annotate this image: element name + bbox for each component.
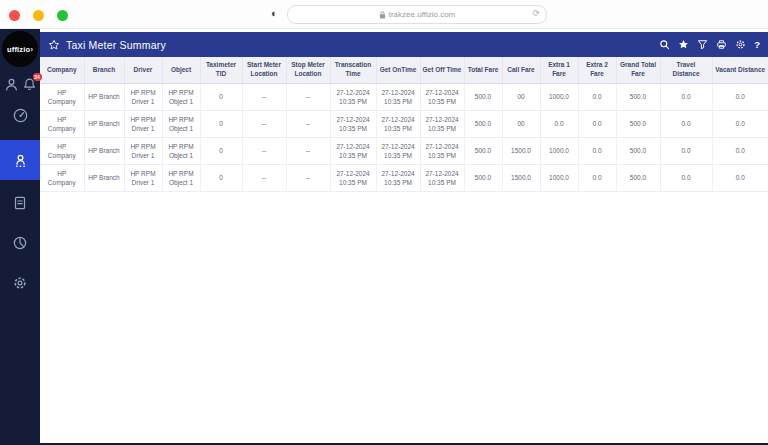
column-header[interactable]: Get Off Time: [420, 57, 464, 84]
column-header[interactable]: Travel Distance: [660, 57, 712, 84]
table-cell: 27-12-2024 10:35 PM: [376, 138, 420, 165]
column-header[interactable]: Branch: [84, 57, 124, 84]
table-cell: 0.0: [660, 84, 712, 111]
help-icon[interactable]: ?: [754, 39, 760, 50]
table-cell: 0.0: [712, 138, 768, 165]
table-cell: --: [286, 84, 330, 111]
table-cell: --: [286, 111, 330, 138]
maximize-window-button[interactable]: [57, 10, 68, 21]
table-cell: 1000.0: [540, 165, 578, 192]
url-text: trakzee.uffizio.com: [389, 10, 456, 19]
browser-chrome: ◐ trakzee.uffizio.com ⟳: [0, 0, 768, 29]
sidebar-item-analytics[interactable]: [0, 226, 40, 260]
close-window-button[interactable]: [9, 10, 20, 21]
settings-gear-icon[interactable]: [735, 39, 746, 50]
table-row: HP CompanyHP BranchHP RPM Driver 1HP RPM…: [40, 138, 768, 165]
table-cell: HP RPM Driver 1: [124, 138, 162, 165]
notifications-bell-icon[interactable]: 34: [22, 77, 37, 92]
star-icon[interactable]: [678, 39, 689, 50]
column-header[interactable]: Extra 1 Fare: [540, 57, 578, 84]
table-cell: HP RPM Driver 1: [124, 111, 162, 138]
table-cell: 0.0: [660, 165, 712, 192]
report-table-area: CompanyBranchDriverObjectTaximeter TIDSt…: [40, 57, 768, 445]
column-header[interactable]: Call Fare: [502, 57, 540, 84]
table-cell: 1000.0: [540, 84, 578, 111]
user-icon[interactable]: [4, 77, 19, 92]
table-cell: 500.0: [464, 138, 502, 165]
page-header: Taxi Meter Summary: [40, 32, 768, 57]
screen: ◐ trakzee.uffizio.com ⟳ uffizio› 34: [0, 0, 768, 445]
table-cell: 0: [200, 165, 242, 192]
column-header[interactable]: Extra 2 Fare: [578, 57, 616, 84]
table-cell: 27-12-2024 10:35 PM: [330, 165, 376, 192]
window-controls: [9, 10, 68, 21]
table-cell: 27-12-2024 10:35 PM: [330, 84, 376, 111]
table-cell: 500.0: [616, 111, 660, 138]
report-document-icon: [12, 195, 28, 211]
dashboard-icon: [12, 107, 29, 124]
table-cell: 0.0: [712, 111, 768, 138]
table-cell: 27-12-2024 10:35 PM: [330, 138, 376, 165]
table-cell: HP Branch: [84, 84, 124, 111]
sidebar-item-settings[interactable]: [0, 266, 40, 300]
lock-icon: [379, 11, 386, 19]
table-cell: 27-12-2024 10:35 PM: [420, 165, 464, 192]
table-cell: 500.0: [464, 165, 502, 192]
logo-text: uffizio›: [7, 45, 33, 54]
app-logo[interactable]: uffizio›: [2, 31, 38, 67]
sidebar: uffizio› 34: [0, 29, 40, 445]
table-cell: --: [242, 84, 286, 111]
table-cell: 0.0: [578, 165, 616, 192]
table-row: HP CompanyHP BranchHP RPM Driver 1HP RPM…: [40, 84, 768, 111]
table-cell: 27-12-2024 10:35 PM: [376, 111, 420, 138]
address-bar[interactable]: trakzee.uffizio.com ⟳: [287, 5, 547, 24]
table-cell: 0.0: [712, 165, 768, 192]
table-cell: 0.0: [660, 138, 712, 165]
table-cell: 0.0: [578, 84, 616, 111]
table-cell: HP RPM Driver 1: [124, 84, 162, 111]
table-cell: 500.0: [464, 84, 502, 111]
contrast-icon[interactable]: ◐: [271, 6, 278, 20]
column-header[interactable]: Stop Meter Location: [286, 57, 330, 84]
column-header[interactable]: Object: [162, 57, 200, 84]
pie-chart-icon: [12, 235, 28, 251]
column-header[interactable]: Transcation Time: [330, 57, 376, 84]
table-cell: 27-12-2024 10:35 PM: [376, 84, 420, 111]
table-cell: --: [242, 111, 286, 138]
column-header[interactable]: Start Meter Location: [242, 57, 286, 84]
table-cell: HP Company: [40, 84, 84, 111]
favorite-star-icon[interactable]: [48, 39, 60, 51]
table-cell: HP Branch: [84, 111, 124, 138]
page-title: Taxi Meter Summary: [66, 39, 166, 51]
column-header[interactable]: Get OnTime: [376, 57, 420, 84]
table-cell: 0.0: [578, 111, 616, 138]
sidebar-item-dashboard[interactable]: [0, 98, 40, 132]
search-icon[interactable]: [659, 39, 670, 50]
gear-icon: [12, 275, 28, 291]
table-cell: HP Branch: [84, 138, 124, 165]
column-header[interactable]: Company: [40, 57, 84, 84]
refresh-icon[interactable]: ⟳: [532, 8, 540, 18]
table-row: HP CompanyHP BranchHP RPM Driver 1HP RPM…: [40, 165, 768, 192]
table-cell: 500.0: [616, 165, 660, 192]
table-cell: HP Branch: [84, 165, 124, 192]
sidebar-item-tracking[interactable]: [0, 140, 40, 180]
sidebar-item-reports[interactable]: [0, 186, 40, 220]
minimize-window-button[interactable]: [33, 10, 44, 21]
column-header[interactable]: Vacant Distance: [712, 57, 768, 84]
table-cell: --: [242, 138, 286, 165]
table-header-row: CompanyBranchDriverObjectTaximeter TIDSt…: [40, 57, 768, 84]
table-cell: 500.0: [464, 111, 502, 138]
column-header[interactable]: Grand Total Fare: [616, 57, 660, 84]
header-actions: ?: [659, 39, 760, 50]
column-header[interactable]: Total Fare: [464, 57, 502, 84]
print-icon[interactable]: [716, 39, 727, 50]
column-header[interactable]: Taximeter TID: [200, 57, 242, 84]
filter-icon[interactable]: [697, 39, 708, 50]
table-cell: 00: [502, 84, 540, 111]
tracking-driver-icon: [12, 152, 29, 169]
table-cell: 0.0: [712, 84, 768, 111]
table-cell: HP RPM Object 1: [162, 84, 200, 111]
table-cell: --: [242, 165, 286, 192]
column-header[interactable]: Driver: [124, 57, 162, 84]
